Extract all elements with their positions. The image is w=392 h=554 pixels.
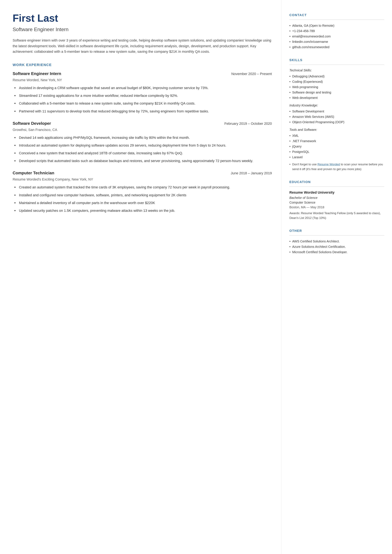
contact-header: CONTACT [289, 13, 384, 17]
skill-2-1: .NET Framework [289, 138, 384, 144]
skill-0-0: Debugging (Advanced) [289, 74, 384, 79]
job-header-1: Software Engineer Intern November 2020 –… [13, 70, 272, 77]
work-experience-section: WORK EXPERIENCE Software Engineer Intern… [13, 62, 272, 213]
job-bullet-3-4: Updated security patches on 1.5K compute… [14, 208, 272, 213]
job-bullet-1-1: Assisted in developing a CRM software up… [14, 85, 272, 91]
other-section: OTHER AWS Certified Solutions Architect.… [289, 228, 384, 255]
skill-category-2: Tools and Software: [289, 127, 384, 132]
job-bullets-2: Devised 14 web applications using PHP/My… [14, 135, 272, 164]
candidate-name: First Last [13, 13, 272, 24]
skill-0-1: Coding (Experienced) [289, 79, 384, 84]
job-dates-3: June 2018 – January 2019 [231, 171, 272, 176]
education-header: EDUCATION [289, 180, 384, 184]
skill-0-2: Web programming [289, 84, 384, 90]
contact-item-4: github.com/resumeworded [289, 44, 384, 50]
skill-list-0: Debugging (Advanced) Coding (Experienced… [289, 74, 384, 100]
skill-1-2: Object-Oriented Programming (OOP) [289, 119, 384, 125]
job-bullet-1-2: Streamlined 17 existing applications for… [14, 93, 272, 98]
skills-header: SKILLS [289, 58, 384, 62]
skill-category-0: Technical Skills: [289, 68, 384, 73]
job-title-2: Software Developer [13, 120, 51, 126]
contact-item-3: linkedin.com/in/username [289, 39, 384, 44]
skill-0-4: Web development [289, 95, 384, 100]
job-block-2: Software Developer February 2019 – Octob… [13, 120, 272, 164]
skill-1-0: Software Development [289, 109, 384, 114]
work-experience-header: WORK EXPERIENCE [13, 62, 272, 67]
job-title-1: Software Engineer Intern [13, 70, 61, 77]
skill-0-3: Software design and testing [289, 90, 384, 95]
contact-item-0: Atlanta, GA (Open to Remote) [289, 23, 384, 28]
job-bullet-2-1: Devised 14 web applications using PHP/My… [14, 135, 272, 140]
skill-list-1: Software Development Amazon Web Services… [289, 109, 384, 125]
edu-location-date-0: Boston, MA — May 2018 [289, 205, 384, 210]
edu-block-0: Resume Worded University Bachelor of Sci… [289, 190, 384, 220]
scan-tip-pre: Don't forget to use [292, 163, 317, 166]
other-header: OTHER [289, 228, 384, 233]
job-dates-1: November 2020 – Present [231, 71, 272, 77]
other-item-1: Azure Solutions Architect Certification. [289, 244, 384, 249]
contact-item-2: email@resumeworded.com [289, 34, 384, 39]
contact-divider [289, 20, 384, 20]
skill-2-2: jQuery [289, 144, 384, 149]
other-list: AWS Certified Solutions Architect. Azure… [289, 239, 384, 255]
scan-tip: Don't forget to use Resume Worded to sca… [289, 162, 384, 172]
job-bullet-1-4: Partnered with 11 supervisors to develop… [14, 108, 272, 114]
right-column: CONTACT Atlanta, GA (Open to Remote) +1-… [281, 0, 392, 554]
skill-category-1: Industry Knowledge: [289, 103, 384, 108]
skill-1-1: Amazon Web Services (AWS) [289, 114, 384, 119]
skill-2-3: PostgreSQL [289, 149, 384, 154]
other-item-0: AWS Certified Solutions Architect. [289, 239, 384, 244]
job-bullet-2-3: Conceived a new system that tracked and … [14, 150, 272, 156]
skill-2-4: Laravel [289, 154, 384, 160]
edu-school-0: Resume Worded University [289, 190, 384, 195]
skills-section: SKILLS Technical Skills: Debugging (Adva… [289, 58, 384, 172]
other-item-2: Microsoft Certified Solutions Developer. [289, 249, 384, 255]
job-bullet-1-3: Collaborated with a 5-member team to rel… [14, 101, 272, 106]
job-header-3: Computer Technician June 2018 – January … [13, 170, 272, 176]
job-header-2: Software Developer February 2019 – Octob… [13, 120, 272, 126]
job-bullet-2-4: Developed scripts that automated tasks s… [14, 158, 272, 164]
resume-page: First Last Software Engineer Intern Soft… [0, 0, 392, 554]
resume-worded-link[interactable]: Resume Worded [317, 163, 340, 166]
edu-field-0: Computer Science [289, 200, 384, 205]
job-company-1: Resume Worded, New York, NY [13, 77, 272, 83]
education-section: EDUCATION Resume Worded University Bache… [289, 180, 384, 220]
edu-degree-0: Bachelor of Science [289, 195, 384, 200]
skill-2-0: XML [289, 133, 384, 138]
left-column: First Last Software Engineer Intern Soft… [0, 0, 281, 554]
job-bullet-3-3: Maintained a detailed inventory of all c… [14, 200, 272, 206]
candidate-title: Software Engineer Intern [13, 26, 272, 33]
job-title-3: Computer Technician [13, 170, 54, 176]
edu-awards-0: Awards: Resume Worded Teaching Fellow (o… [289, 211, 384, 220]
job-block-3: Computer Technician June 2018 – January … [13, 170, 272, 213]
job-bullets-1: Assisted in developing a CRM software up… [14, 85, 272, 114]
contact-section: CONTACT Atlanta, GA (Open to Remote) +1-… [289, 13, 384, 50]
job-company-3: Resume Worded's Exciting Company, New Yo… [13, 177, 272, 182]
job-bullet-2-2: Introduced an automated system for deplo… [14, 143, 272, 148]
contact-list: Atlanta, GA (Open to Remote) +1-234-456-… [289, 23, 384, 50]
candidate-summary: Software engineer intern with over 3 yea… [13, 38, 272, 54]
job-bullet-3-1: Created an automated system that tracked… [14, 184, 272, 190]
skill-list-2: XML .NET Framework jQuery PostgreSQL Lar… [289, 133, 384, 160]
job-bullet-3-2: Installed and configured new computer ha… [14, 192, 272, 198]
job-block-1: Software Engineer Intern November 2020 –… [13, 70, 272, 114]
job-company-2: Growthsi, San Francisco, CA [13, 127, 272, 132]
job-bullets-3: Created an automated system that tracked… [14, 184, 272, 213]
contact-item-1: +1-234-456-789 [289, 28, 384, 34]
job-dates-2: February 2019 – October 2020 [224, 121, 272, 126]
